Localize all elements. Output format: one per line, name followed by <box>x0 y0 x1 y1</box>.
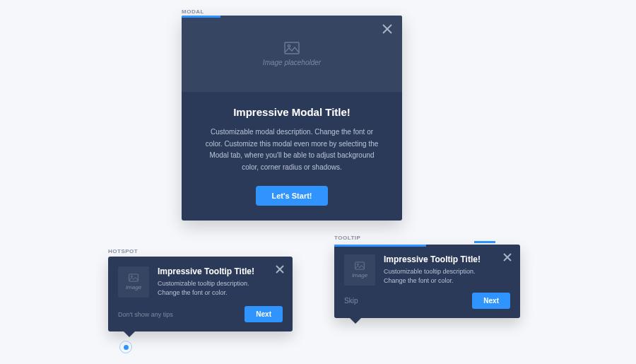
tooltip-next-button[interactable]: Next <box>472 293 510 309</box>
modal-card: Image placeholder Impressive Modal Title… <box>182 16 402 221</box>
svg-point-11 <box>357 264 358 265</box>
svg-point-7 <box>131 276 132 277</box>
section-label-modal: MODAL <box>182 8 204 15</box>
svg-rect-6 <box>129 274 139 281</box>
modal-progress-bar <box>182 16 220 18</box>
tooltip-accent-segment <box>474 241 495 243</box>
hotspot-dont-show-link[interactable]: Don't show any tips <box>118 311 173 318</box>
section-label-tooltip: TOOLTIP <box>334 235 360 241</box>
hotspot-title: Impressive Tooltip Title! <box>158 266 270 276</box>
tooltip-placeholder-text: Image <box>352 272 367 278</box>
section-label-hotspot: HOTSPOT <box>108 248 138 254</box>
tooltip-title: Impressive Tooltip Title! <box>384 254 497 264</box>
beacon-ring-icon <box>119 341 132 353</box>
tooltip-progress-bar <box>334 245 426 247</box>
close-icon <box>382 24 392 34</box>
image-icon <box>355 262 365 270</box>
hotspot-placeholder-text: Image <box>126 284 141 290</box>
hotspot-arrow-icon <box>124 331 135 337</box>
tooltip-close-button[interactable] <box>503 252 512 260</box>
hotspot-image-placeholder: Image <box>118 266 149 298</box>
hotspot-close-button[interactable] <box>276 264 284 272</box>
hotspot-next-button[interactable]: Next <box>245 306 283 322</box>
svg-rect-10 <box>355 262 365 269</box>
tooltip-arrow-icon <box>350 318 361 324</box>
modal-title: Impressive Modal Title! <box>203 106 381 118</box>
svg-rect-2 <box>285 42 299 54</box>
image-icon <box>284 42 300 54</box>
hotspot-beacon[interactable] <box>119 340 133 354</box>
close-icon <box>503 253 512 262</box>
hotspot-card: Image Impressive Tooltip Title! Customiz… <box>108 257 293 331</box>
modal-body: Impressive Modal Title! Customizable mod… <box>182 92 402 220</box>
close-icon <box>276 265 284 274</box>
tooltip-skip-link[interactable]: Skip <box>344 297 358 305</box>
svg-point-3 <box>288 45 290 47</box>
hotspot-description: Customizable tooltip description. Change… <box>158 279 270 298</box>
modal-description: Customizable modal description. Change t… <box>203 127 381 173</box>
modal-close-button[interactable] <box>382 24 392 34</box>
tooltip-description: Customizable tooltip description. Change… <box>384 267 497 286</box>
tooltip-card: Image Impressive Tooltip Title! Customiz… <box>334 245 520 318</box>
modal-placeholder-text: Image placeholder <box>263 59 321 66</box>
image-icon <box>129 274 139 282</box>
modal-image-placeholder: Image placeholder <box>182 16 402 92</box>
tooltip-image-placeholder: Image <box>344 254 375 286</box>
modal-cta-button[interactable]: Let's Start! <box>256 186 327 206</box>
